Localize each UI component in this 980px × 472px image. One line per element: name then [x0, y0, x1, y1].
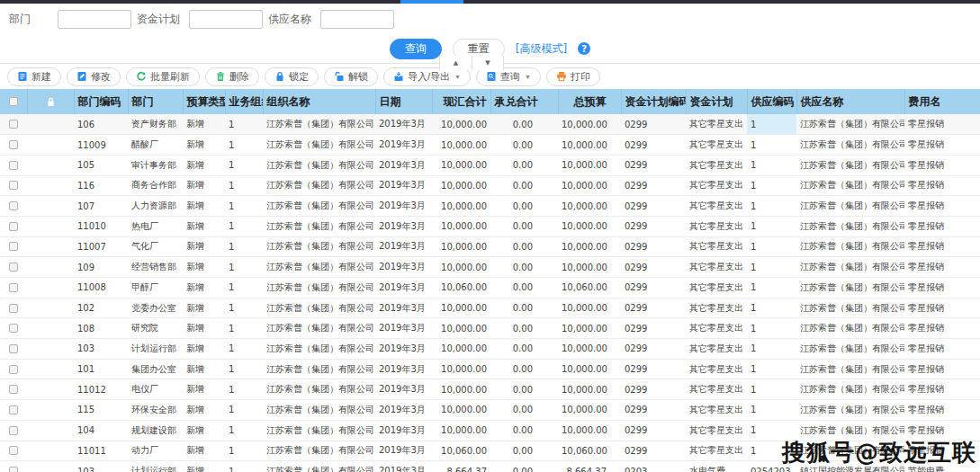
cell-fund-plan-code[interactable]: 0299: [621, 339, 686, 360]
cell-cash-total[interactable]: 10,000.00: [432, 298, 490, 318]
cell-total-budget[interactable]: 10,000.00: [558, 257, 621, 278]
cell-biz-org-code[interactable]: 1: [225, 318, 263, 339]
cell-supplier-name[interactable]: 江苏索普（集团）有限公司: [796, 379, 904, 400]
cell-biz-org-code[interactable]: 1: [225, 114, 263, 135]
cell-acceptance-total[interactable]: 0.00: [490, 216, 558, 236]
cell-supplier-name[interactable]: 江苏索普（集团）有限公司: [796, 196, 904, 217]
cell-total-budget[interactable]: 10,000.00: [558, 339, 621, 360]
cell-biz-org-code[interactable]: 1: [225, 196, 263, 217]
cell-dept-code[interactable]: 102: [74, 298, 128, 318]
toolbar-button-2[interactable]: 修改: [67, 67, 121, 86]
row-checkbox[interactable]: [9, 426, 18, 435]
cell-total-budget[interactable]: 10,000.00: [558, 155, 621, 175]
cell-supplier-code[interactable]: 1: [747, 155, 796, 175]
cell-expense-name[interactable]: 零星报销: [904, 114, 980, 135]
cell-biz-org-code[interactable]: 1: [225, 420, 263, 441]
cell-acceptance-total[interactable]: 0.00: [490, 339, 558, 360]
row-checkbox[interactable]: [9, 201, 18, 210]
table-row[interactable]: 11012电仪厂新增1江苏索普（集团）有限公司2019年3月10,000.000…: [0, 379, 980, 400]
cell-total-budget[interactable]: 10,000.00: [558, 359, 621, 379]
cell-org-name[interactable]: 江苏索普（集团）有限公司: [263, 155, 375, 175]
cell-acceptance-total[interactable]: 0.00: [490, 278, 558, 298]
cell-total-budget[interactable]: 10,000.00: [558, 196, 621, 217]
table-row[interactable]: 11007气化厂新增1江苏索普（集团）有限公司2019年3月10,000.000…: [0, 236, 980, 257]
cell-supplier-name[interactable]: 江苏索普（集团）有限公司: [796, 339, 904, 360]
cell-supplier-name[interactable]: 江苏索普（集团）有限公司: [796, 420, 904, 441]
cell-date[interactable]: 2019年3月: [375, 339, 432, 360]
cell-dept-code[interactable]: 104: [74, 420, 128, 441]
column-header-expense-name[interactable]: 费用名: [904, 89, 980, 114]
cell-fund-plan-code[interactable]: 0299: [621, 400, 686, 421]
table-row[interactable]: 116商务合作部新增1江苏索普（集团）有限公司2019年3月10,000.000…: [0, 175, 980, 196]
cell-biz-org-code[interactable]: 1: [225, 216, 263, 236]
cell-supplier-name[interactable]: 镇江国控能源发展有限公司: [796, 461, 904, 472]
cell-supplier-name[interactable]: 江苏索普（集团）有限公司: [796, 175, 904, 196]
cell-org-name[interactable]: 江苏索普（集团）有限公司: [263, 278, 375, 298]
column-header-biz-org-code[interactable]: 业务组织编码: [225, 89, 263, 114]
cell-budget-type[interactable]: 新增: [183, 155, 225, 175]
table-row[interactable]: 102党委办公室新增1江苏索普（集团）有限公司2019年3月10,000.000…: [0, 298, 980, 318]
cell-dept[interactable]: 人力资源部: [128, 196, 183, 217]
cell-acceptance-total[interactable]: 0.00: [490, 400, 558, 421]
cell-supplier-name[interactable]: 江苏索普（集团）有限公司: [796, 135, 904, 156]
cell-budget-type[interactable]: 新增: [183, 278, 225, 298]
cell-expense-name[interactable]: 零星报销: [904, 298, 980, 318]
cell-supplier-code[interactable]: 1: [747, 196, 796, 217]
cell-expense-name[interactable]: 零星报销: [904, 359, 980, 379]
row-checkbox[interactable]: [9, 467, 18, 472]
cell-date[interactable]: 2019年3月: [375, 318, 432, 339]
cell-biz-org-code[interactable]: 1: [225, 359, 263, 379]
cell-supplier-name[interactable]: 江苏索普（集团）有限公司: [796, 236, 904, 257]
cell-dept[interactable]: 计划运行部: [128, 339, 183, 360]
table-row[interactable]: 109经营销售部新增1江苏索普（集团）有限公司2019年3月10,000.000…: [0, 257, 980, 278]
cell-expense-name[interactable]: 零星报销: [904, 441, 980, 461]
cell-acceptance-total[interactable]: 0.00: [490, 135, 558, 156]
row-select-cell[interactable]: [0, 298, 27, 318]
table-row[interactable]: 104规划建设部新增1江苏索普（集团）有限公司2019年3月10,000.000…: [0, 420, 980, 441]
cell-expense-name[interactable]: 零星报销: [904, 196, 980, 217]
cell-fund-plan[interactable]: 其它零星支出: [686, 216, 747, 236]
cell-date[interactable]: 2019年3月: [375, 236, 432, 257]
cell-dept-code[interactable]: 101: [74, 359, 128, 379]
cell-budget-type[interactable]: 新增: [183, 257, 225, 278]
toolbar-button-6[interactable]: 解锁: [324, 67, 378, 86]
cell-dept-code[interactable]: 105: [74, 155, 128, 175]
row-select-cell[interactable]: [0, 196, 27, 217]
row-checkbox[interactable]: [9, 344, 18, 353]
cell-dept[interactable]: 甲醇厂: [128, 278, 183, 298]
table-row[interactable]: 107人力资源部新增1江苏索普（集团）有限公司2019年3月10,000.000…: [0, 196, 980, 217]
cell-supplier-code[interactable]: 1: [747, 257, 796, 278]
cell-acceptance-total[interactable]: 0.00: [490, 420, 558, 441]
cell-acceptance-total[interactable]: 0.00: [490, 379, 558, 400]
cell-cash-total[interactable]: 10,060.00: [432, 441, 490, 461]
table-row[interactable]: 103计划运行部新增1江苏索普（集团）有限公司2019年3月8,664.370.…: [0, 461, 980, 472]
cell-biz-org-code[interactable]: 1: [225, 135, 263, 156]
cell-total-budget[interactable]: 10,000.00: [558, 175, 621, 196]
cell-supplier-code[interactable]: 1: [747, 114, 796, 135]
cell-dept-code[interactable]: 103: [74, 461, 128, 472]
row-select-cell[interactable]: [0, 441, 27, 461]
cell-fund-plan[interactable]: 其它零星支出: [686, 155, 747, 175]
cell-dept-code[interactable]: 115: [74, 400, 128, 421]
cell-acceptance-total[interactable]: 0.00: [490, 114, 558, 135]
cell-fund-plan[interactable]: 其它零星支出: [686, 175, 747, 196]
cell-total-budget[interactable]: 10,000.00: [558, 318, 621, 339]
cell-cash-total[interactable]: 10,000.00: [432, 257, 490, 278]
cell-date[interactable]: 2019年3月: [375, 420, 432, 441]
cell-dept-code[interactable]: 103: [74, 339, 128, 360]
cell-dept-code[interactable]: 11011: [74, 441, 128, 461]
row-checkbox[interactable]: [9, 405, 18, 414]
cell-dept-code[interactable]: 107: [74, 196, 128, 217]
cell-dept-code[interactable]: 108: [74, 318, 128, 339]
cell-cash-total[interactable]: 10,000.00: [432, 400, 490, 421]
cell-total-budget[interactable]: 10,060.00: [558, 278, 621, 298]
cell-fund-plan-code[interactable]: 0299: [621, 175, 686, 196]
cell-cash-total[interactable]: 10,000.00: [432, 379, 490, 400]
cell-org-name[interactable]: 江苏索普（集团）有限公司: [263, 298, 375, 318]
cell-org-name[interactable]: 江苏索普（集团）有限公司: [263, 257, 375, 278]
cell-cash-total[interactable]: 10,000.00: [432, 175, 490, 196]
cell-fund-plan-code[interactable]: 0203: [621, 461, 686, 472]
cell-cash-total[interactable]: 8,664.37: [432, 461, 490, 472]
cell-cash-total[interactable]: 10,000.00: [432, 359, 490, 379]
cell-dept-code[interactable]: 109: [74, 257, 128, 278]
